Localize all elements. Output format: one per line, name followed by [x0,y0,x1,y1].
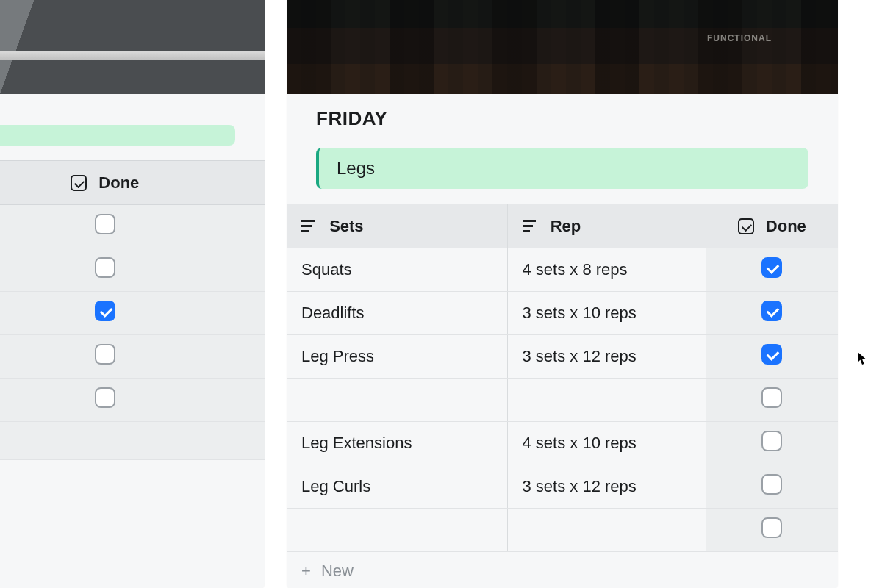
workout-tag-text: Legs [337,158,375,178]
sets-cell[interactable] [287,379,507,422]
card-cover-image [0,0,265,94]
done-checkbox[interactable] [761,474,782,495]
table-row[interactable]: Deadlifts3 sets x 10 reps [287,292,838,335]
table-row[interactable]: Squats4 sets x 8 reps [287,248,838,292]
column-header-sets[interactable]: Sets [287,204,507,248]
workout-tag-chip[interactable]: Legs [316,148,808,189]
checkbox-icon [71,175,87,191]
done-cell [0,379,265,422]
rep-cell[interactable] [507,379,706,422]
exercise-table: p Done x 8 repsx 10 repsx 12 repsx 10 re… [0,160,265,460]
add-row-label: New [321,562,354,580]
done-checkbox[interactable] [95,301,115,321]
sets-cell[interactable]: Leg Extensions [287,422,507,465]
sets-cell[interactable]: Deadlifts [287,292,507,335]
sets-cell[interactable]: Leg Press [287,335,507,379]
table-body-right: Squats4 sets x 8 repsDeadlifts3 sets x 1… [287,248,838,552]
done-cell [0,292,265,335]
done-checkbox[interactable] [761,431,782,451]
done-checkbox[interactable] [761,387,782,408]
table-row[interactable]: x 12 reps [0,379,265,422]
rep-cell[interactable]: 3 sets x 10 reps [507,292,706,335]
text-align-icon [523,218,539,234]
table-row[interactable]: Leg Press3 sets x 12 reps [287,335,838,379]
column-header-rep[interactable]: Rep [507,204,706,248]
table-row[interactable] [287,379,838,422]
done-cell [706,509,838,552]
card-header: FRIDAY [287,94,838,137]
done-cell [706,422,838,465]
table-row[interactable]: Leg Extensions4 sets x 10 reps [287,422,838,465]
done-checkbox[interactable] [95,257,115,278]
done-cell [706,465,838,509]
rep-cell[interactable]: 3 sets x 12 reps [507,335,706,379]
plus-icon: + [301,562,311,580]
column-header-done[interactable]: Done [706,204,838,248]
rep-cell[interactable]: 3 sets x 12 reps [507,465,706,509]
table-row[interactable]: x 12 reps [0,292,265,335]
done-checkbox[interactable] [95,387,115,408]
checkbox-icon [738,218,754,234]
workout-card-left: p Done x 8 repsx 10 repsx 12 repsx 10 re… [0,0,265,588]
done-cell [706,292,838,335]
card-header [0,94,265,115]
done-checkbox[interactable] [95,214,115,234]
table-row[interactable]: Leg Curls3 sets x 12 reps [287,465,838,509]
done-checkbox[interactable] [761,517,782,538]
done-checkbox[interactable] [761,301,782,321]
rep-cell[interactable]: 4 sets x 10 reps [507,422,706,465]
table-row[interactable]: x 10 reps [0,248,265,292]
done-cell [706,248,838,292]
workout-tag-chip[interactable] [0,125,235,146]
day-label: FRIDAY [316,107,808,130]
done-cell [0,248,265,292]
table-row[interactable] [287,509,838,552]
column-header-done[interactable]: Done [0,161,265,205]
rep-cell[interactable] [507,509,706,552]
done-cell [706,335,838,379]
add-row[interactable]: + New [287,552,838,588]
sets-cell[interactable]: Leg Curls [287,465,507,509]
card-cover-image [287,0,838,94]
table-row[interactable]: x 10 reps [0,335,265,379]
exercise-table: Sets Rep Done Squats4 sets x 8 repsDeadl… [287,204,838,588]
text-align-icon [301,218,318,234]
table-row[interactable] [0,422,265,460]
rep-cell[interactable]: 4 sets x 8 reps [507,248,706,292]
done-cell [0,422,265,460]
done-cell [0,335,265,379]
done-cell [706,379,838,422]
done-cell [0,205,265,248]
table-body-left: x 8 repsx 10 repsx 12 repsx 10 repsx 12 … [0,205,265,460]
done-checkbox[interactable] [95,344,115,365]
sets-cell[interactable] [287,509,507,552]
done-checkbox[interactable] [761,344,782,365]
workout-card-friday: FRIDAY Legs Sets Rep Done [287,0,838,588]
sets-cell[interactable]: Squats [287,248,507,292]
table-row[interactable]: x 8 reps [0,205,265,248]
done-checkbox[interactable] [761,257,782,278]
